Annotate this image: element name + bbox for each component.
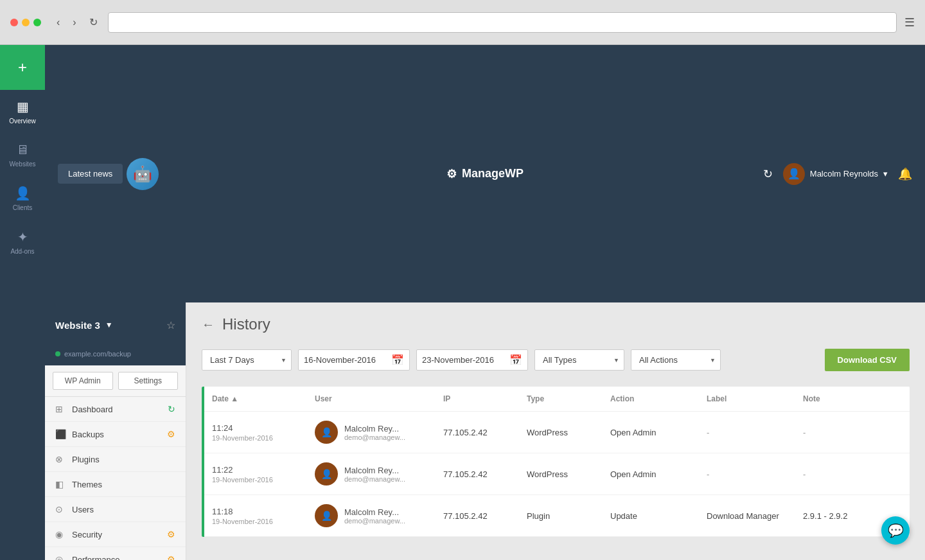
minimize-traffic-light[interactable]	[22, 19, 30, 26]
wp-admin-button[interactable]: WP Admin	[53, 372, 113, 390]
row2-date: 11:22 19-November-2016	[212, 465, 315, 484]
back-button[interactable]: ‹	[54, 14, 62, 31]
traffic-lights	[10, 19, 41, 26]
calendar-from-icon[interactable]: 📅	[391, 354, 404, 366]
date-to-input[interactable]	[422, 350, 506, 370]
sidebar-item-users[interactable]: ⊙ Users	[45, 497, 186, 522]
security-label: Security	[72, 530, 102, 539]
sidebar-item-backups[interactable]: ⬛ Backups ⚙	[45, 422, 186, 447]
website-url: example.com/backup	[64, 350, 131, 358]
sidebar-website-info: example.com/backup	[45, 347, 186, 365]
main-content: ← History Last 7 Days Last 30 Days Last …	[186, 302, 925, 560]
forward-button[interactable]: ›	[70, 14, 78, 31]
row1-user-avatar: 👤	[315, 421, 338, 444]
sidebar-item-plugins[interactable]: ⊗ Plugins	[45, 447, 186, 472]
row2-type: WordPress	[527, 469, 610, 479]
row3-label: Download Manager	[707, 511, 803, 521]
date-column-header[interactable]: Date ▲	[212, 394, 315, 403]
chat-bubble[interactable]: 💬	[881, 516, 910, 545]
star-icon[interactable]: ☆	[166, 319, 175, 331]
date-from-input[interactable]	[304, 350, 387, 370]
security-icon: ◉	[55, 529, 66, 539]
type-select[interactable]: All Types WordPress Plugin Theme	[534, 349, 624, 371]
sidebar-header-content: Website 3 ▼	[55, 320, 113, 331]
dashboard-badge: ↻	[168, 404, 175, 414]
website-name: Website 3	[55, 320, 100, 331]
type-wrapper: All Types WordPress Plugin Theme	[534, 349, 624, 371]
top-bar: Latest news 🤖 ⚙ ManageWP ↻ 👤 Malcolm Rey…	[45, 45, 925, 302]
sidebar-actions: WP Admin Settings	[45, 365, 186, 397]
row1-action: Open Admin	[610, 428, 707, 437]
backups-badge: ⚙	[167, 429, 175, 439]
row1-user: 👤 Malcolm Rey... demo@managew...	[315, 421, 443, 444]
user-column-header: User	[315, 394, 443, 403]
backups-icon: ⬛	[55, 429, 66, 439]
browser-chrome: ‹ › ↻ ☰	[0, 0, 925, 45]
notification-bell[interactable]: 🔔	[898, 167, 912, 181]
addons-label: Add-ons	[10, 248, 34, 255]
overview-icon: ▦	[17, 99, 29, 114]
websites-label: Websites	[10, 161, 36, 168]
user-menu[interactable]: 👤 Malcolm Reynolds ▾	[783, 163, 888, 185]
settings-button[interactable]: Settings	[118, 372, 179, 390]
icon-bar-addons[interactable]: ✦ Add-ons	[0, 220, 45, 264]
label-column-header: Label	[707, 394, 803, 403]
history-table: Date ▲ User IP Type Action Label Note 11…	[202, 387, 910, 537]
performance-icon: ◎	[55, 554, 66, 560]
date-range-select[interactable]: Last 7 Days Last 30 Days Last 90 Days Cu…	[202, 349, 292, 371]
row3-user-avatar: 👤	[315, 504, 338, 527]
left-accent	[202, 387, 204, 537]
backups-label: Backups	[72, 430, 104, 439]
main-area: Latest news 🤖 ⚙ ManageWP ↻ 👤 Malcolm Rey…	[45, 45, 925, 560]
row1-date: 11:24 19-November-2016	[212, 423, 315, 442]
row1-label: -	[707, 428, 803, 437]
add-site-button[interactable]: +	[0, 45, 45, 90]
reload-button[interactable]: ↻	[87, 13, 100, 31]
fullscreen-traffic-light[interactable]	[33, 19, 41, 26]
row2-action: Open Admin	[610, 469, 707, 479]
calendar-to-icon[interactable]: 📅	[509, 354, 522, 366]
url-bar[interactable]	[108, 12, 897, 33]
refresh-button[interactable]: ↻	[763, 167, 773, 181]
sidebar-item-security[interactable]: ◉ Security ⚙	[45, 522, 186, 547]
date-from-input-wrapper: 📅	[298, 349, 410, 371]
latest-news-button[interactable]: Latest news	[58, 164, 123, 184]
close-traffic-light[interactable]	[10, 19, 18, 26]
brand-logo-icon: ⚙	[446, 167, 457, 181]
user-dropdown-icon: ▾	[883, 169, 888, 179]
performance-label: Performance	[72, 555, 119, 561]
action-wrapper: All Actions Open Admin Update Login	[631, 349, 721, 371]
websites-icon: 🖥	[16, 143, 29, 157]
themes-label: Themes	[72, 480, 102, 489]
icon-bar-websites[interactable]: 🖥 Websites	[0, 134, 45, 177]
download-csv-button[interactable]: Download CSV	[825, 349, 910, 371]
icon-bar-clients[interactable]: 👤 Clients	[0, 177, 45, 220]
clients-icon: 👤	[15, 186, 31, 201]
row2-label: -	[707, 469, 803, 479]
sidebar-item-themes[interactable]: ◧ Themes	[45, 472, 186, 497]
clients-label: Clients	[13, 204, 33, 211]
filter-bar: Last 7 Days Last 30 Days Last 90 Days Cu…	[202, 349, 910, 371]
row3-action: Update	[610, 511, 707, 521]
sidebar-item-dashboard[interactable]: ⊞ Dashboard ↻	[45, 397, 186, 422]
brand-logo: ⚙ ManageWP	[446, 167, 524, 181]
performance-badge: ⚙	[167, 554, 175, 560]
back-button[interactable]: ←	[202, 317, 215, 332]
user-avatar: 👤	[783, 163, 805, 185]
sidebar-item-performance[interactable]: ◎ Performance ⚙	[45, 547, 186, 560]
sidebar-nav: ⊞ Dashboard ↻ ⬛ Backups ⚙ ⊗ Plugins ◧	[45, 397, 186, 560]
table-area: Date ▲ User IP Type Action Label Note 11…	[202, 387, 910, 537]
page-title: History	[222, 315, 270, 333]
icon-bar-overview[interactable]: ▦ Overview	[0, 90, 45, 134]
sidebar-header: Website 3 ▼ ☆	[45, 302, 186, 347]
row3-user: 👤 Malcolm Rey... demo@managew...	[315, 504, 443, 527]
content-below-topbar: Website 3 ▼ ☆ example.com/backup WP Admi…	[45, 302, 925, 560]
note-column-header: Note	[803, 394, 899, 403]
browser-menu-icon[interactable]: ☰	[904, 15, 915, 30]
row1-note: -	[803, 428, 899, 437]
sidebar-dropdown-icon[interactable]: ▼	[105, 320, 113, 329]
addons-icon: ✦	[17, 229, 28, 245]
action-select[interactable]: All Actions Open Admin Update Login	[631, 349, 721, 371]
row3-ip: 77.105.2.42	[443, 511, 527, 521]
action-column-header: Action	[610, 394, 707, 403]
